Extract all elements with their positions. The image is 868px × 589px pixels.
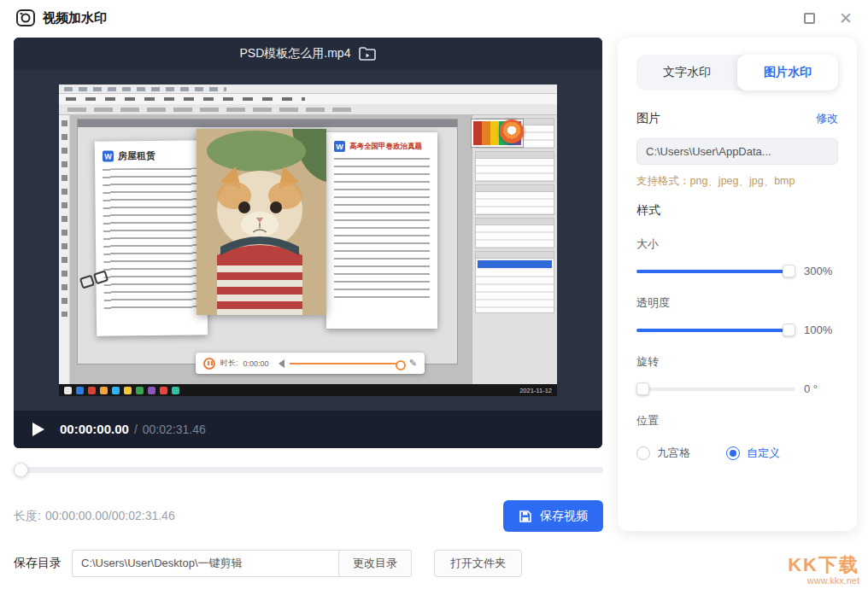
save-directory-row: 保存目录 更改目录 打开文件夹 (14, 550, 522, 577)
grid-option-label: 九宫格 (657, 446, 690, 461)
image-path-field[interactable]: C:\Users\User\AppData... (636, 138, 838, 165)
wps-badge: W (334, 141, 345, 152)
video-preview-area: W 房屋租赁 W 高考全国甲卷政治真题 (14, 70, 602, 411)
rotate-label: 旋转 (636, 354, 838, 370)
document-right: W 高考全国甲卷政治真题 (326, 132, 437, 329)
length-value: 00:00:00.00/00:02:31.46 (45, 509, 175, 522)
style-section-label: 样式 (636, 203, 838, 219)
save-dir-input[interactable] (72, 550, 339, 577)
rotate-slider-thumb[interactable] (636, 382, 649, 395)
locate-file-folder-icon[interactable] (359, 47, 376, 61)
taskbar-icon (172, 387, 179, 394)
opacity-slider-row: 100% (636, 324, 838, 336)
opacity-label: 透明度 (636, 295, 838, 311)
tab-text-watermark[interactable]: 文字水印 (636, 55, 737, 90)
change-directory-button[interactable]: 更改目录 (339, 550, 412, 577)
site-watermark-url: www.kkx.net (788, 575, 859, 586)
image-label-row: 图片 修改 (636, 111, 838, 126)
taskbar-icon (88, 387, 96, 394)
ps-menubar (59, 94, 557, 104)
wps-badge: W (103, 150, 114, 161)
taskbar-icon (76, 387, 84, 394)
doc-text-lines (103, 167, 200, 312)
ps-titlebar (59, 85, 557, 94)
taskbar-icon (148, 387, 155, 394)
taskbar-icon (64, 387, 72, 394)
seek-thumb[interactable] (14, 463, 28, 477)
recorder-duration: 0:00:00 (243, 359, 269, 368)
seek-bar[interactable] (14, 463, 603, 477)
taskbar-icon (160, 387, 167, 394)
camera-app-icon (15, 8, 36, 28)
time-display: 00:00:00.00/00:02:31.46 (60, 422, 206, 437)
time-separator: / (134, 423, 138, 436)
play-button[interactable] (32, 423, 44, 436)
close-button[interactable]: ✕ (839, 10, 853, 26)
speaker-icon (274, 359, 284, 368)
radio-unchecked-icon (636, 446, 650, 460)
taskbar-icon (136, 387, 144, 394)
app-title: 视频加水印 (43, 10, 107, 26)
size-slider-row: 300% (636, 265, 838, 277)
position-options: 九宫格 自定义 (636, 446, 838, 461)
total-duration: 00:02:31.46 (143, 423, 206, 436)
size-value: 300% (804, 265, 838, 277)
save-dir-label: 保存目录 (14, 556, 62, 571)
opacity-slider-thumb[interactable] (783, 324, 795, 336)
document-left: W 房屋租赁 (95, 140, 208, 335)
taskbar-clock: 2021-11-12 (519, 387, 552, 394)
opacity-value: 100% (804, 324, 838, 336)
supported-formats-hint: 支持格式：png、jpeg、jpg、bmp (636, 174, 838, 189)
length-save-row: 长度:00:00:00.00/00:02:31.46 保存视频 (14, 500, 603, 532)
doc-left-title: 房屋租赁 (118, 149, 155, 162)
cat-photo (196, 129, 326, 315)
length-text: 长度:00:00:00.00/00:02:31.46 (14, 509, 175, 524)
rotate-slider-row: 0 ° (636, 382, 838, 395)
recorder-duration-label: 时长: (220, 358, 238, 369)
custom-option-label: 自定义 (747, 446, 780, 461)
recorder-float-button (500, 120, 524, 143)
rotate-value: 0 ° (804, 382, 838, 395)
titlebar: 视频加水印 ✕ (0, 0, 868, 36)
site-watermark: KK下载 www.kkx.net (788, 554, 859, 586)
taskbar-icon (124, 387, 132, 394)
player-controls: 00:00:00.00/00:02:31.46 (14, 411, 602, 448)
position-label: 位置 (636, 413, 838, 429)
modify-image-link[interactable]: 修改 (816, 111, 838, 126)
ps-optionsbar (59, 104, 557, 115)
rotate-slider[interactable] (636, 382, 795, 395)
size-slider-thumb[interactable] (783, 265, 795, 277)
video-filename: PSD模板怎么用.mp4 (240, 46, 351, 61)
floppy-save-icon (519, 510, 532, 523)
open-folder-button[interactable]: 打开文件夹 (434, 550, 522, 577)
player-header: PSD模板怎么用.mp4 (14, 38, 602, 70)
watermark-tabs: 文字水印 图片水印 (636, 55, 838, 90)
site-watermark-name: KK下载 (788, 554, 859, 575)
size-label: 大小 (636, 236, 838, 252)
save-video-button[interactable]: 保存视频 (503, 500, 603, 532)
save-video-label: 保存视频 (540, 509, 588, 524)
seek-track[interactable] (14, 467, 603, 473)
window-controls: ✕ (804, 10, 853, 26)
watermark-settings-panel: 文字水印 图片水印 图片 修改 C:\Users\User\AppData...… (618, 38, 857, 531)
recorder-volume-slider (290, 363, 404, 364)
opacity-slider[interactable] (636, 324, 795, 336)
windows-taskbar: 2021-11-12 (59, 384, 557, 396)
video-player: PSD模板怎么用.mp4 W 房屋租赁 (14, 38, 602, 448)
recorder-pause-icon (203, 358, 215, 370)
image-label: 图片 (636, 111, 660, 126)
pencil-icon: ✎ (409, 358, 417, 369)
maximize-button[interactable] (804, 13, 815, 24)
ps-canvas: W 房屋租赁 W 高考全国甲卷政治真题 (70, 115, 472, 384)
length-label: 长度: (14, 509, 41, 522)
doc-text-lines (334, 158, 430, 301)
video-frame[interactable]: W 房屋租赁 W 高考全国甲卷政治真题 (59, 85, 557, 396)
ps-panels-column (472, 115, 557, 384)
current-time: 00:00:00.00 (60, 422, 129, 436)
size-slider[interactable] (636, 265, 795, 277)
screen-recorder-bar: 时长: 0:00:00 ✎ (196, 353, 425, 374)
tab-image-watermark[interactable]: 图片水印 (737, 55, 838, 90)
position-grid-option[interactable]: 九宫格 (636, 446, 690, 461)
taskbar-icon (112, 387, 120, 394)
position-custom-option[interactable]: 自定义 (726, 446, 780, 461)
